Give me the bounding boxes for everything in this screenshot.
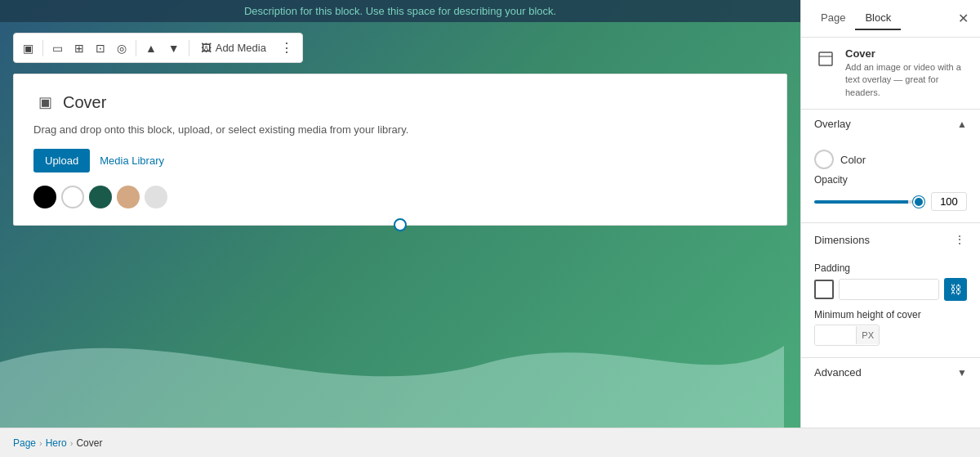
swatch-dark-teal[interactable]	[89, 186, 112, 208]
breadcrumb-hero[interactable]: Hero	[46, 437, 67, 449]
breadcrumb: Page › Hero › Cover	[0, 428, 980, 457]
block-info: Cover Add an image or video with a text …	[801, 38, 980, 110]
block-type-icon-btn[interactable]: ▣	[19, 38, 38, 58]
sidebar-header: Page Block ✕	[801, 0, 980, 38]
dimensions-section-header[interactable]: Dimensions ⋮	[801, 223, 980, 256]
move-down-btn[interactable]: ▼	[164, 38, 184, 58]
sidebar-tabs: Page Block	[811, 7, 901, 30]
opacity-row: 100	[814, 192, 967, 211]
toolbar-divider-3	[189, 40, 189, 56]
overlay-color-dot-inner	[818, 154, 830, 165]
advanced-section-title: Advanced	[814, 366, 862, 379]
cover-block-description: Drag and drop onto this block, upload, o…	[33, 123, 767, 136]
cover-block: ▣ Cover Drag and drop onto this block, u…	[13, 74, 787, 226]
sidebar: Page Block ✕ Cover Add an image or video…	[800, 0, 980, 428]
breadcrumb-sep-1: ›	[39, 438, 42, 448]
breadcrumb-page[interactable]: Page	[13, 437, 36, 449]
min-height-input-wrap: PX	[814, 325, 880, 346]
link-dimensions-btn[interactable]: ⛓	[944, 278, 967, 301]
block-toolbar: ▣ ▭ ⊞ ⊡ ◎ ▲ ▼ 🖼 Add Media ⋮	[13, 33, 303, 63]
overlay-section-title: Overlay	[814, 118, 851, 130]
min-height-row: Minimum height of cover PX	[814, 309, 967, 346]
opacity-control: Opacity 100	[814, 174, 967, 211]
color-swatches	[33, 186, 767, 208]
add-media-icon: 🖼	[201, 42, 212, 54]
advanced-chevron-down-icon: ▼	[957, 367, 967, 379]
cover-block-header: ▣ Cover	[33, 91, 767, 114]
breadcrumb-sep-2: ›	[70, 438, 74, 448]
min-height-unit-label: PX	[856, 326, 879, 344]
overlay-color-row: Color	[814, 145, 967, 174]
cover-block-header-icon: ▣	[33, 91, 56, 114]
overlay-color-picker[interactable]	[814, 150, 834, 169]
sidebar-close-button[interactable]: ✕	[956, 9, 970, 28]
tab-page[interactable]: Page	[811, 7, 855, 30]
wave-overlay	[0, 297, 784, 428]
block-info-text: Cover Add an image or video with a text …	[845, 47, 967, 99]
block-info-icon	[814, 47, 837, 70]
upload-button[interactable]: Upload	[33, 149, 90, 172]
min-height-input[interactable]	[815, 325, 856, 345]
block-description: Add an image or video with a text overla…	[845, 61, 967, 99]
overlay-section-content: Color Opacity 100	[801, 138, 980, 222]
link-icon: ⛓	[950, 283, 961, 296]
dimensions-more-btn[interactable]: ⋮	[952, 231, 967, 248]
padding-input-wrap: PX	[839, 279, 939, 300]
svg-rect-0	[819, 52, 832, 65]
overlay-section-header[interactable]: Overlay ▲	[801, 110, 980, 138]
opacity-value-input[interactable]: 100	[931, 192, 967, 211]
padding-icon[interactable]	[814, 280, 834, 299]
media-library-link[interactable]: Media Library	[100, 155, 164, 167]
toolbar-divider-1	[42, 40, 43, 56]
add-media-button[interactable]: 🖼 Add Media	[194, 38, 273, 57]
canvas-area: Description for this block. Use this spa…	[0, 0, 800, 428]
dimensions-section-title: Dimensions	[814, 234, 870, 246]
list-view-btn[interactable]: ⊞	[70, 38, 88, 58]
toolbar-divider-2	[136, 40, 136, 56]
padding-label: Padding	[814, 262, 967, 274]
move-up-btn[interactable]: ▲	[141, 38, 161, 58]
cover-block-title: Cover	[63, 93, 106, 112]
overlay-section: Overlay ▲ Color Opacity 100	[801, 110, 980, 223]
swatch-white[interactable]	[61, 186, 84, 208]
more-options-btn[interactable]: ⋮	[276, 37, 297, 59]
opacity-slider[interactable]	[814, 200, 924, 204]
advanced-section[interactable]: Advanced ▼	[801, 358, 980, 387]
tab-block[interactable]: Block	[855, 7, 901, 30]
resize-handle[interactable]	[394, 218, 407, 231]
overlay-chevron-up-icon: ▲	[957, 119, 967, 130]
full-width-btn[interactable]: ⊡	[91, 38, 109, 58]
canvas-description-text: Description for this block. Use this spa…	[244, 5, 556, 17]
min-height-label: Minimum height of cover	[814, 309, 967, 320]
block-name: Cover	[845, 47, 967, 60]
align-wide-btn[interactable]: ▭	[48, 38, 67, 58]
swatch-peach[interactable]	[117, 186, 140, 208]
dimensions-section-content: Padding PX ⛓ Minimum height of cover	[801, 256, 980, 357]
swatch-light-gray[interactable]	[145, 186, 167, 208]
add-media-label: Add Media	[216, 42, 266, 54]
breadcrumb-cover: Cover	[76, 437, 102, 449]
overlay-color-label: Color	[840, 154, 866, 166]
cover-block-actions: Upload Media Library	[33, 149, 767, 172]
padding-row: PX ⛓	[814, 278, 967, 301]
circle-btn[interactable]: ◎	[113, 38, 131, 58]
dimensions-section: Dimensions ⋮ Padding PX ⛓	[801, 223, 980, 358]
swatch-black[interactable]	[33, 186, 56, 208]
padding-input[interactable]	[840, 280, 939, 299]
opacity-label: Opacity	[814, 174, 967, 186]
canvas-top-bar: Description for this block. Use this spa…	[0, 0, 800, 22]
